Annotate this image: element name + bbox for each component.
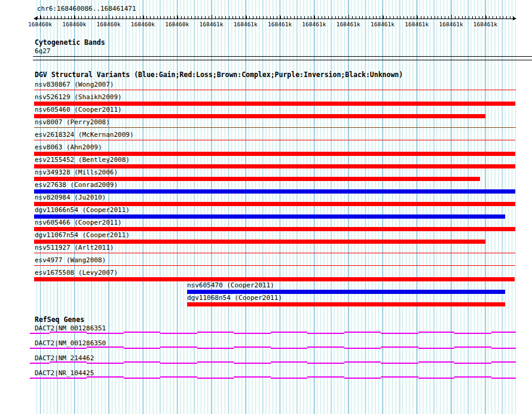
variant-bar[interactable] bbox=[34, 164, 515, 168]
gene-line-segment[interactable] bbox=[271, 348, 307, 349]
gene-line-segment[interactable] bbox=[197, 378, 234, 379]
variant-bar[interactable] bbox=[34, 177, 480, 181]
gene-exon-segment[interactable] bbox=[160, 346, 197, 348]
gene-exon-segment[interactable] bbox=[454, 346, 491, 348]
gene-line-segment[interactable] bbox=[454, 363, 491, 364]
variant-bar[interactable] bbox=[34, 265, 515, 266]
gene-exon-segment[interactable] bbox=[50, 332, 87, 333]
gene-line-segment[interactable] bbox=[234, 363, 271, 364]
gene-exon-segment[interactable] bbox=[234, 346, 271, 348]
gene-label[interactable]: DACT2|NR_104425 bbox=[35, 370, 94, 376]
gene-exon-segment[interactable] bbox=[454, 376, 491, 378]
gene-exon-segment[interactable] bbox=[87, 346, 124, 348]
variant-bar[interactable] bbox=[34, 253, 515, 254]
gene-exon-segment[interactable] bbox=[418, 332, 454, 333]
variant-label[interactable]: nsv511927 (Arlt2011) bbox=[35, 244, 114, 251]
gene-exon-segment[interactable] bbox=[87, 376, 124, 378]
gene-exon-segment[interactable] bbox=[197, 332, 234, 333]
gene-exon-segment[interactable] bbox=[381, 376, 418, 378]
gene-line-segment[interactable] bbox=[197, 348, 234, 349]
ruler-tick-minor bbox=[325, 16, 325, 19]
gene-line-segment[interactable] bbox=[418, 348, 454, 349]
gene-line-segment[interactable] bbox=[30, 348, 87, 349]
gene-line-segment[interactable] bbox=[30, 333, 50, 334]
gene-label[interactable]: DACT2|NM_001286351 bbox=[35, 325, 106, 332]
variant-bar[interactable] bbox=[34, 127, 516, 128]
gene-label[interactable]: DACT2|NM_001286350 bbox=[35, 340, 106, 346]
gene-line-segment[interactable] bbox=[491, 348, 516, 349]
variant-label[interactable]: nsv8007 (Perry2008) bbox=[35, 119, 110, 125]
variant-bar[interactable] bbox=[34, 240, 485, 244]
variant-bar[interactable] bbox=[34, 140, 515, 141]
variant-bar[interactable] bbox=[34, 227, 515, 231]
variant-bar[interactable] bbox=[34, 277, 515, 281]
ruler-tick-minor bbox=[458, 16, 459, 19]
variant-label[interactable]: nsv820984 (Ju2010) bbox=[35, 194, 106, 201]
variant-label[interactable]: nsv605460 (Cooper2011) bbox=[35, 106, 122, 113]
variant-label[interactable]: nsv605466 (Cooper2011) bbox=[35, 219, 122, 226]
gene-exon-segment[interactable] bbox=[124, 361, 160, 363]
gene-line-segment[interactable] bbox=[30, 378, 87, 379]
gene-line-segment[interactable] bbox=[344, 348, 381, 349]
gene-line-segment[interactable] bbox=[87, 363, 124, 364]
variant-label[interactable]: nsv830867 (Wong2007) bbox=[35, 81, 114, 88]
gene-exon-segment[interactable] bbox=[50, 361, 87, 363]
gene-exon-segment[interactable] bbox=[307, 346, 344, 348]
gene-line-segment[interactable] bbox=[271, 378, 307, 379]
ruler-tick-label: 168460k bbox=[60, 21, 88, 27]
variant-label[interactable]: esv1675508 (Levy2007) bbox=[35, 269, 118, 276]
gene-exon-segment[interactable] bbox=[381, 346, 418, 348]
variant-label[interactable]: nsv349328 (Mills2006) bbox=[35, 169, 118, 176]
gene-exon-segment[interactable] bbox=[271, 332, 307, 333]
gene-exon-segment[interactable] bbox=[271, 361, 307, 363]
gene-line-segment[interactable] bbox=[87, 333, 124, 334]
gene-exon-segment[interactable] bbox=[491, 332, 516, 333]
gene-line-segment[interactable] bbox=[344, 378, 381, 379]
gene-exon-segment[interactable] bbox=[234, 376, 271, 378]
variant-bar[interactable] bbox=[34, 102, 515, 106]
gene-line-segment[interactable] bbox=[30, 363, 50, 364]
variant-label[interactable]: esv8063 (Ahn2009) bbox=[35, 144, 102, 151]
gene-exon-segment[interactable] bbox=[344, 332, 381, 333]
gene-line-segment[interactable] bbox=[234, 333, 271, 334]
cytoband-6q27[interactable] bbox=[33, 56, 532, 60]
variant-bar[interactable] bbox=[34, 90, 516, 91]
variant-label[interactable]: esv2618324 (McKernan2009) bbox=[35, 131, 134, 138]
ruler-tick-minor bbox=[184, 16, 185, 19]
ruler-tick-minor bbox=[51, 16, 51, 19]
gene-line-segment[interactable] bbox=[307, 333, 344, 334]
variant-bar[interactable] bbox=[187, 302, 505, 306]
gene-line-segment[interactable] bbox=[124, 348, 160, 349]
variant-bar[interactable] bbox=[34, 202, 515, 206]
gene-line-segment[interactable] bbox=[307, 363, 344, 364]
variant-bar[interactable] bbox=[34, 214, 505, 219]
variant-label[interactable]: dgv11066n54 (Cooper2011) bbox=[35, 207, 130, 213]
gene-exon-segment[interactable] bbox=[197, 361, 234, 363]
variant-label[interactable]: nsv526129 (Shaikh2009) bbox=[35, 94, 122, 100]
gene-label[interactable]: DACT2|NM_214462 bbox=[35, 355, 94, 361]
gene-line-segment[interactable] bbox=[160, 333, 197, 334]
variant-label[interactable]: esv27638 (Conrad2009) bbox=[35, 182, 118, 188]
gene-exon-segment[interactable] bbox=[491, 361, 516, 363]
gene-exon-segment[interactable] bbox=[344, 361, 381, 363]
gene-line-segment[interactable] bbox=[124, 378, 160, 379]
variant-bar[interactable] bbox=[34, 114, 485, 118]
variant-label[interactable]: esv2155452 (Bentley2008) bbox=[35, 157, 130, 163]
gene-exon-segment[interactable] bbox=[418, 361, 454, 363]
gene-exon-segment[interactable] bbox=[160, 376, 197, 378]
variant-label[interactable]: dgv11068n54 (Cooper2011) bbox=[187, 295, 282, 301]
gene-line-segment[interactable] bbox=[381, 363, 418, 364]
gene-line-segment[interactable] bbox=[491, 378, 516, 379]
variant-label[interactable]: esv4977 (Wang2008) bbox=[35, 257, 106, 263]
variant-label[interactable]: dgv11067n54 (Cooper2011) bbox=[35, 232, 130, 238]
gene-exon-segment[interactable] bbox=[307, 376, 344, 378]
gene-line-segment[interactable] bbox=[160, 363, 197, 364]
gene-line-segment[interactable] bbox=[454, 333, 491, 334]
variant-label[interactable]: nsv605470 (Cooper2011) bbox=[187, 282, 274, 289]
gene-exon-segment[interactable] bbox=[124, 332, 160, 333]
variant-bar[interactable] bbox=[187, 290, 505, 294]
variant-bar[interactable] bbox=[34, 152, 515, 156]
gene-line-segment[interactable] bbox=[381, 333, 418, 334]
variant-bar[interactable] bbox=[34, 189, 515, 194]
gene-line-segment[interactable] bbox=[418, 378, 454, 379]
